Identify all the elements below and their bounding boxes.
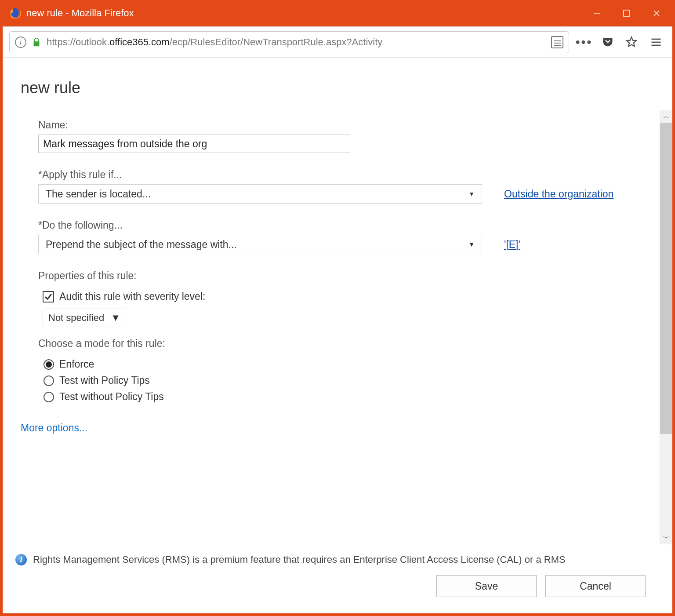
- vertical-scrollbar[interactable]: ︿ ﹀: [660, 110, 672, 544]
- apply-if-label: *Apply this rule if...: [38, 169, 633, 181]
- site-info-icon[interactable]: i: [15, 36, 26, 48]
- do-following-value: Prepend the subject of the message with.…: [46, 239, 237, 251]
- scroll-down-icon[interactable]: ﹀: [663, 532, 669, 544]
- caret-down-icon: ▼: [111, 312, 120, 324]
- info-text: Rights Management Services (RMS) is a pr…: [33, 554, 566, 565]
- more-options-link[interactable]: More options...: [21, 422, 633, 434]
- scroll-up-icon[interactable]: ︿: [663, 110, 669, 123]
- window-title: new rule - Mozilla Firefox: [26, 7, 582, 19]
- do-following-select[interactable]: Prepend the subject of the message with.…: [38, 235, 482, 254]
- save-button[interactable]: Save: [436, 575, 537, 597]
- cancel-button[interactable]: Cancel: [545, 575, 646, 597]
- mode-radio-test-with[interactable]: [44, 375, 54, 386]
- name-input[interactable]: [38, 135, 350, 153]
- bookmark-star-icon[interactable]: [623, 33, 640, 51]
- lock-icon: [32, 37, 41, 47]
- scrollbar-thumb[interactable]: [660, 123, 672, 434]
- mode-label-test-without: Test without Policy Tips: [59, 391, 164, 403]
- apply-if-select[interactable]: The sender is located... ▼: [38, 184, 482, 204]
- mode-radio-test-without[interactable]: [44, 392, 54, 402]
- url-box[interactable]: i https://outlook.office365.com/ecp/Rule…: [9, 31, 569, 53]
- reader-mode-icon[interactable]: [551, 36, 563, 48]
- caret-down-icon: ▼: [468, 241, 475, 248]
- maximize-button[interactable]: [612, 2, 642, 24]
- window-titlebar: new rule - Mozilla Firefox: [0, 0, 675, 26]
- mode-radio-enforce[interactable]: [44, 359, 54, 370]
- mode-label-enforce: Enforce: [59, 358, 94, 370]
- address-bar: i https://outlook.office365.com/ecp/Rule…: [3, 27, 672, 58]
- close-button[interactable]: [642, 2, 671, 24]
- mode-label: Choose a mode for this rule:: [38, 338, 633, 350]
- properties-label: Properties of this rule:: [38, 270, 633, 282]
- audit-checkbox[interactable]: [43, 291, 54, 303]
- page-actions-icon[interactable]: •••: [575, 33, 593, 51]
- name-label: Name:: [38, 119, 633, 131]
- apply-if-link[interactable]: Outside the organization: [504, 188, 613, 200]
- url-text: https://outlook.office365.com/ecp/RulesE…: [47, 36, 382, 48]
- do-following-link[interactable]: '[E]': [504, 239, 520, 251]
- pocket-icon[interactable]: [599, 33, 617, 51]
- info-icon: i: [15, 554, 27, 565]
- severity-value: Not specified: [48, 312, 104, 324]
- mode-label-test-with: Test with Policy Tips: [59, 375, 150, 386]
- svg-rect-2: [624, 10, 630, 16]
- firefox-icon: [9, 7, 21, 19]
- do-following-label: *Do the following...: [38, 219, 633, 231]
- caret-down-icon: ▼: [468, 190, 475, 197]
- minimize-button[interactable]: [582, 2, 612, 24]
- severity-select[interactable]: Not specified ▼: [43, 309, 126, 327]
- apply-if-value: The sender is located...: [46, 188, 151, 200]
- menu-icon[interactable]: [646, 33, 666, 51]
- audit-label: Audit this rule with severity level:: [59, 291, 205, 303]
- page-title: new rule: [3, 58, 672, 110]
